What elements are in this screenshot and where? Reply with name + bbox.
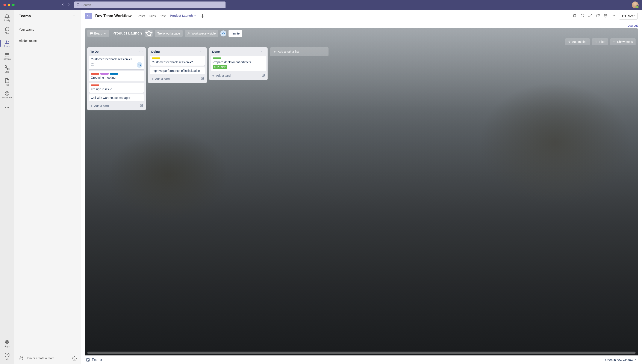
rail-chat[interactable]: Chat (0, 24, 14, 36)
card[interactable]: Improve performance of initialization (150, 67, 205, 74)
automation-button[interactable]: Automation (565, 38, 590, 45)
your-teams-section[interactable]: Your teams (19, 24, 76, 35)
channel-tabs: Posts Files Test Product Launch (138, 10, 196, 22)
svg-marker-42 (146, 30, 152, 36)
rail-activity[interactable]: Activity (0, 12, 14, 24)
globe-icon[interactable] (603, 14, 607, 18)
profile-avatar[interactable] (632, 2, 638, 8)
rail-calendar[interactable]: Calendar (0, 50, 14, 62)
filter-button[interactable]: Filter (592, 38, 608, 45)
open-new-window-link[interactable]: Open in new window (605, 358, 637, 362)
rail-apps[interactable]: Apps (0, 338, 14, 350)
rail-calls[interactable]: Calls (0, 63, 14, 75)
trello-footer: Trello Open in new window (85, 356, 638, 364)
maximize-window-button[interactable] (12, 4, 15, 6)
add-list-button[interactable]: Add another list (270, 48, 329, 56)
trello-logo: Trello (86, 358, 102, 362)
list-menu-icon[interactable]: ⋯ (200, 50, 204, 54)
card[interactable]: Prepare deployment artifacts 20 Nov (211, 56, 266, 71)
card[interactable]: Fix sign in issue (89, 83, 144, 92)
svg-point-2 (6, 40, 7, 42)
rail-more[interactable] (0, 102, 14, 114)
add-card-button[interactable]: Add a card (151, 77, 170, 80)
list-menu-icon[interactable]: ⋯ (261, 50, 264, 54)
board-name[interactable]: Product Launch (111, 31, 143, 36)
rail-activity-label: Activity (4, 19, 11, 22)
popout-icon[interactable] (573, 14, 576, 18)
svg-point-3 (8, 41, 8, 42)
card[interactable]: Grooming meeting (89, 71, 144, 81)
list-title[interactable]: Doing (151, 50, 160, 54)
card[interactable]: Call with warehouse manager (89, 94, 144, 101)
list-menu-icon[interactable]: ⋯ (139, 50, 143, 54)
teams-panel-title: Teams (19, 14, 31, 18)
svg-rect-29 (573, 14, 576, 17)
label-green (213, 58, 221, 59)
card-template-icon[interactable] (261, 74, 265, 78)
global-search[interactable] (74, 2, 225, 8)
svg-rect-58 (140, 104, 143, 107)
svg-rect-14 (8, 340, 9, 342)
add-card-button[interactable]: Add a card (212, 74, 231, 78)
board-member-avatar[interactable]: KV (220, 30, 226, 36)
tab-posts[interactable]: Posts (138, 10, 145, 22)
svg-rect-37 (622, 15, 625, 17)
svg-rect-59 (141, 105, 142, 106)
card-template-icon[interactable] (140, 104, 143, 108)
label-blue (110, 73, 118, 74)
forward-button[interactable] (67, 2, 71, 7)
svg-line-1 (79, 5, 79, 6)
list-title[interactable]: To Do (90, 50, 99, 54)
list-done: Done ⋯ Prepare deployment artifacts 20 N… (209, 48, 267, 80)
close-window-button[interactable] (4, 4, 6, 6)
add-list-label: Add another list (278, 50, 299, 54)
add-card-button[interactable]: Add a card (90, 104, 109, 108)
search-input[interactable] (82, 3, 223, 7)
meet-button[interactable]: Meet (619, 13, 638, 20)
label-purple (100, 73, 109, 74)
show-menu-button[interactable]: Show menu (610, 38, 635, 45)
visibility-button[interactable]: Workspace visible (185, 30, 218, 37)
card-title: Customer feedback session #1 (91, 58, 142, 61)
filter-icon[interactable] (72, 14, 76, 18)
history-nav (61, 2, 71, 7)
workspace-button[interactable]: Trello workspace (155, 30, 182, 37)
rail-apps-label: Apps (5, 345, 10, 348)
tab-files[interactable]: Files (149, 10, 156, 22)
tab-product-launch[interactable]: Product Launch (170, 10, 196, 22)
board-view-button[interactable]: Board (87, 30, 109, 37)
invite-button[interactable]: Invite (228, 30, 242, 37)
list-title[interactable]: Done (212, 50, 220, 54)
hidden-teams-section[interactable]: Hidden teams (19, 35, 76, 46)
tab-test[interactable]: Test (160, 10, 166, 22)
more-options-icon[interactable] (611, 14, 615, 18)
horizontal-scrollbar[interactable] (87, 352, 635, 354)
card-title: Prepare deployment artifacts (213, 60, 264, 64)
card-member-avatar[interactable]: KV (137, 62, 142, 68)
back-button[interactable] (61, 2, 65, 7)
star-icon (145, 30, 153, 37)
svg-point-55 (92, 64, 93, 65)
card[interactable]: Customer feedback session #1 KV (89, 56, 144, 70)
conversation-icon[interactable] (580, 14, 584, 18)
logout-link[interactable]: Log out (628, 24, 638, 27)
rail-files[interactable]: Files (0, 76, 14, 88)
svg-rect-39 (90, 32, 91, 34)
refresh-icon[interactable] (596, 14, 600, 18)
plus-icon (151, 78, 154, 80)
plus-icon (212, 74, 215, 77)
join-team-link[interactable]: Join or create a team (26, 356, 70, 360)
minimize-window-button[interactable] (8, 4, 10, 6)
card[interactable]: Customer feedback session #2 (150, 56, 205, 66)
add-card-label: Add a card (216, 74, 231, 78)
star-board-button[interactable] (145, 30, 153, 37)
rail-teams[interactable]: Teams (0, 37, 14, 49)
card-template-icon[interactable] (201, 77, 204, 81)
board-icon (90, 32, 93, 35)
gear-icon[interactable] (72, 356, 76, 360)
add-tab-button[interactable] (200, 13, 206, 19)
rail-help[interactable]: Help (0, 350, 14, 362)
target-icon (5, 91, 10, 96)
expand-icon[interactable] (588, 14, 592, 18)
rail-search-bot[interactable]: Search Bot (0, 89, 14, 101)
